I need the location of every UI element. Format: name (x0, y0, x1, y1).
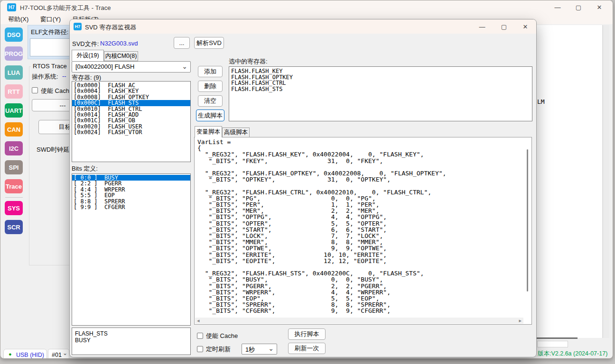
chevron-down-icon: ⌄ (63, 350, 67, 356)
os-label: 操作系统: (32, 73, 58, 81)
dialog-titlebar: H7 SVD 寄存器监视器 — ▢ ✕ (70, 19, 536, 34)
timer-refresh-checkbox[interactable] (197, 346, 203, 352)
scroll-right-icon[interactable]: ▸ (519, 318, 522, 324)
sidebar-item-rtt[interactable]: RTT (5, 84, 23, 99)
close-icon: ✕ (597, 4, 602, 11)
selected-register-item[interactable]: FLASH.FLASH_CTRL (231, 80, 532, 86)
dialog-close-button[interactable]: ✕ (515, 20, 536, 33)
usb-status-cell: ● USB (HID) (3, 349, 47, 359)
svd-file-label: SVD文件: (72, 40, 99, 48)
main-titlebar: H7 H7-TOOL多功能开发工具 - Trace — ▢ ✕ (0, 0, 613, 14)
bits-definition-label: Bits 定义: (72, 164, 98, 173)
tab-advanced-script[interactable]: 高级脚本 (222, 127, 250, 137)
script-editor[interactable]: VarList = { "_REG32", "FLASH.FLASH_KEY",… (197, 139, 523, 317)
dialog-title: SVD 寄存器监视器 (85, 23, 136, 32)
version-label: 版本:V2.2.6a (2024-07-17) (538, 350, 607, 358)
parse-svd-button[interactable]: 解析SVD (194, 37, 224, 49)
register-list-item[interactable]: [0x001C] FLASH_OB (72, 118, 190, 123)
rtos-cache-label: 使能 Cache (41, 87, 73, 95)
sidebar-item-trace[interactable]: Trace (5, 179, 23, 193)
selected-registers-listbox[interactable]: FLASH.FLASH_KEY FLASH.FLASH_OPTKEY FLASH… (229, 66, 532, 121)
usb-status-dot-icon: ● (9, 351, 12, 357)
sidebar-divider (5, 197, 23, 198)
chevron-down-icon: ⌄ (268, 345, 274, 352)
dialog-h7-logo-icon: H7 (74, 23, 82, 30)
cache-checkbox[interactable] (197, 333, 203, 339)
main-minimize-button[interactable]: — (547, 0, 568, 14)
selected-register-item[interactable]: FLASH.FLASH_KEY (231, 68, 532, 74)
bit-list-item[interactable]: [ 2:2 ] PGERR (72, 181, 190, 186)
execute-script-button[interactable]: 执行脚本 (288, 328, 326, 340)
register-listbox[interactable]: [0x0000] FLASH_AC [0x0004] FLASH_KEY [0x… (72, 81, 191, 162)
screen: H7 H7-TOOL多功能开发工具 - Trace — ▢ ✕ 帮助(X) 窗口… (0, 0, 615, 364)
dialog-maximize-button[interactable]: ▢ (494, 20, 514, 33)
menu-help[interactable]: 帮助(X) (3, 14, 33, 25)
bit-description-box: FLASH_STS BUSY (72, 328, 191, 355)
add-button[interactable]: 添加 (198, 66, 223, 77)
close-icon: ✕ (523, 23, 528, 30)
maximize-icon: ▢ (501, 23, 507, 30)
scrollbar-thumb[interactable] (527, 149, 528, 291)
svd-file-link[interactable]: N32G003.svd (100, 40, 138, 47)
sidebar-item-uart[interactable]: UART (5, 103, 23, 118)
timer-refresh-label: 定时刷新 (206, 345, 231, 354)
sidebar-item-can[interactable]: CAN (5, 122, 23, 136)
main-window-title: H7-TOOL多功能开发工具 - Trace (20, 4, 111, 12)
script-horizontal-scrollbar[interactable]: ◂ ▸ (195, 318, 523, 324)
svd-monitor-dialog: H7 SVD 寄存器监视器 — ▢ ✕ SVD文件: N32G003.svd .… (69, 19, 537, 357)
bits-listbox[interactable]: [ 0:0 ] BUSY [ 2:2 ] PGERR [ 4:4 ] WRPER… (72, 173, 191, 326)
peripheral-select-value: [0x40022000] FLASH (75, 63, 134, 70)
rtos-cache-checkbox[interactable] (32, 87, 38, 93)
sidebar-item-prog[interactable]: PROG (5, 46, 23, 61)
script-editor-panel: VarList = { "_REG32", "FLASH.FLASH_KEY",… (194, 137, 532, 325)
selected-registers-label: 选中的寄存器: (229, 57, 268, 66)
main-maximize-button[interactable]: ▢ (568, 0, 589, 14)
rtos-trace-group-label: RTOS Trace (31, 63, 69, 70)
register-list-item-selected[interactable]: [0x000C] FLASH_STS (72, 100, 190, 106)
clear-button[interactable]: 清空 (198, 95, 223, 107)
sidebar-item-dso[interactable]: DSO (5, 27, 23, 42)
refresh-once-button[interactable]: 刷新一次 (288, 343, 326, 354)
background-bottom-box (537, 341, 568, 347)
usb-status-label: USB (HID) (16, 352, 44, 358)
interval-select-value: 1秒 (245, 346, 255, 354)
cache-checkbox-label: 使能 Cache (206, 332, 238, 340)
sidebar-item-scr[interactable]: SCR (5, 220, 23, 234)
register-list-item[interactable]: [0x0004] FLASH_KEY (72, 88, 190, 94)
dialog-minimize-button[interactable]: — (472, 20, 493, 33)
browse-svd-button[interactable]: ... (174, 37, 190, 49)
remove-button[interactable]: 删除 (198, 81, 223, 92)
register-list-item[interactable]: [0x0024] FLASH_VTOR (72, 129, 190, 135)
scroll-left-icon[interactable]: ◂ (197, 318, 200, 324)
peripheral-select[interactable]: [0x40022000] FLASH ⌄ (72, 61, 191, 73)
bit-list-item[interactable]: [ 9:9 ] CFGERR (72, 204, 190, 210)
main-close-button[interactable]: ✕ (589, 0, 610, 14)
selected-register-item[interactable]: FLASH.FLASH_STS (231, 86, 532, 92)
sidebar-item-sys[interactable]: SYS (5, 201, 23, 215)
h7-logo-icon: H7 (7, 3, 16, 11)
tab-core[interactable]: 内核CM0(8) (104, 51, 138, 61)
minimize-icon: — (555, 4, 561, 11)
chevron-down-icon: ⌄ (182, 63, 187, 70)
elf-path-label: ELF文件路径: ( (31, 28, 72, 36)
os-value-link[interactable]: -- (62, 73, 66, 80)
sidebar-item-spi[interactable]: SPI (5, 160, 23, 174)
background-scroll-strip (603, 25, 609, 338)
swd-clock-label: SWD时钟延 (37, 146, 69, 154)
interval-select[interactable]: 1秒 ⌄ (242, 344, 277, 355)
sidebar-item-lua[interactable]: LUA (5, 65, 23, 80)
sidebar-item-i2c[interactable]: I2C (5, 141, 23, 155)
device-select[interactable]: #01 ⌄ (48, 349, 69, 359)
menu-window[interactable]: 窗口(Y) (36, 14, 65, 25)
tab-variable-script[interactable]: 变量脚本 (195, 126, 222, 137)
background-partial-text: LM (537, 98, 545, 105)
minimize-icon: — (479, 23, 485, 30)
generate-script-button[interactable]: 生成脚本 (196, 109, 224, 121)
maximize-icon: ▢ (576, 4, 581, 11)
tab-peripherals[interactable]: 外设(19) (72, 50, 104, 61)
script-vertical-scrollbar[interactable] (524, 138, 531, 317)
bit-list-item[interactable]: [ 5:5 ] EOP (72, 192, 190, 198)
device-select-value: #01 (52, 352, 62, 358)
